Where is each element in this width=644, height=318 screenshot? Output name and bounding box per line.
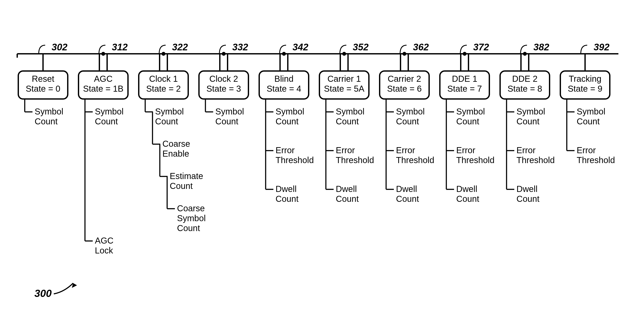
param-text: Lock: [95, 246, 113, 255]
state-diagram: 302ResetState = 0SymbolCount312AGCState …: [0, 0, 644, 318]
state-box-text: Reset: [32, 74, 54, 84]
param-text: Count: [276, 194, 298, 204]
param-text: Count: [215, 116, 238, 126]
param-text: Symbol: [35, 107, 63, 116]
label-leader: [39, 45, 45, 54]
state-box-text: Carrier 2: [388, 74, 421, 84]
bus-junction-dot: [523, 52, 527, 56]
param-text: Symbol: [456, 107, 485, 116]
state-box-text: State = 9: [568, 84, 602, 94]
param-text: Coarse: [177, 204, 205, 213]
param-text: Error: [396, 146, 415, 155]
state-id-label: 332: [232, 42, 248, 52]
param-text: Error: [336, 146, 355, 155]
param-text: Count: [177, 223, 200, 233]
param-text: Count: [396, 116, 419, 126]
figure-arrow: [54, 283, 73, 294]
state-box-text: State = 3: [206, 84, 241, 94]
param-text: Threshold: [456, 155, 494, 165]
state-box-text: Tracking: [569, 74, 602, 84]
state-box-text: State = 7: [447, 84, 482, 94]
param-text: Dwell: [456, 184, 477, 194]
bus-junction-dot: [101, 52, 105, 56]
state-box-text: DDE 2: [512, 74, 538, 84]
state-box-text: State = 8: [508, 84, 542, 94]
param-text: Threshold: [396, 155, 434, 165]
param-text: Threshold: [577, 155, 615, 165]
param-text: Count: [396, 194, 419, 204]
bus-junction-dot: [162, 52, 166, 56]
param-text: Symbol: [336, 107, 364, 116]
param-text: Symbol: [155, 107, 184, 116]
param-text: Count: [336, 116, 359, 126]
bus-junction-dot: [402, 52, 406, 56]
param-text: Threshold: [336, 155, 374, 165]
param-text: AGC: [95, 236, 114, 245]
state-box-text: State = 5A: [324, 84, 364, 94]
state-id-label: 352: [353, 42, 369, 52]
param-text: Threshold: [516, 155, 555, 165]
state-box-text: State = 0: [26, 84, 60, 94]
param-text: Symbol: [215, 107, 244, 116]
param-text: Error: [516, 146, 536, 155]
state-id-label: 392: [594, 42, 610, 52]
param-text: Symbol: [516, 107, 545, 116]
state-id-label: 382: [534, 42, 549, 52]
state-box-text: Carrier 1: [328, 74, 361, 84]
bus-junction-dot: [222, 52, 226, 56]
param-text: Count: [516, 194, 540, 204]
param-text: Count: [577, 116, 600, 126]
param-text: Symbol: [276, 107, 304, 116]
param-text: Error: [276, 146, 295, 155]
param-text: Coarse: [162, 139, 190, 148]
param-text: Count: [336, 194, 359, 204]
state-box-text: State = 2: [146, 84, 181, 94]
state-id-label: 362: [413, 42, 429, 52]
state-id-label: 312: [112, 42, 128, 52]
state-box-text: State = 6: [387, 84, 422, 94]
param-text: Symbol: [95, 107, 124, 116]
param-text: Symbol: [396, 107, 424, 116]
bus-junction-dot: [463, 52, 466, 56]
state-id-label: 372: [473, 42, 489, 52]
param-text: Count: [170, 181, 193, 191]
state-id-label: 322: [172, 42, 188, 52]
figure-label: 300: [34, 288, 52, 299]
state-box-text: Clock 2: [209, 74, 238, 84]
state-box-text: DDE 1: [452, 74, 477, 84]
param-text: Symbol: [577, 107, 605, 116]
state-box-text: Clock 1: [149, 74, 178, 84]
bus-junction-dot: [282, 52, 286, 56]
state-box-text: Blind: [274, 74, 294, 84]
param-text: Threshold: [276, 155, 314, 165]
state-id-label: 302: [52, 42, 68, 52]
state-id-label: 342: [292, 42, 308, 52]
param-text: Count: [95, 116, 118, 126]
param-text: Count: [456, 194, 479, 204]
state-box-text: AGC: [94, 74, 113, 84]
param-text: Dwell: [396, 184, 417, 194]
param-text: Error: [577, 146, 596, 155]
param-text: Count: [456, 116, 479, 126]
param-text: Count: [155, 116, 178, 126]
param-text: Count: [276, 116, 298, 126]
param-text: Enable: [162, 149, 189, 158]
param-text: Estimate: [170, 171, 203, 181]
param-text: Symbol: [177, 214, 206, 223]
param-text: Dwell: [276, 184, 296, 194]
label-leader: [581, 45, 587, 54]
bus-junction-dot: [342, 52, 346, 56]
param-text: Error: [456, 146, 475, 155]
param-text: Count: [35, 116, 58, 126]
state-box-text: State = 1B: [83, 84, 124, 94]
param-text: Dwell: [336, 184, 357, 194]
param-text: Count: [516, 116, 540, 126]
param-text: Dwell: [516, 184, 538, 194]
state-box-text: State = 4: [266, 84, 301, 94]
